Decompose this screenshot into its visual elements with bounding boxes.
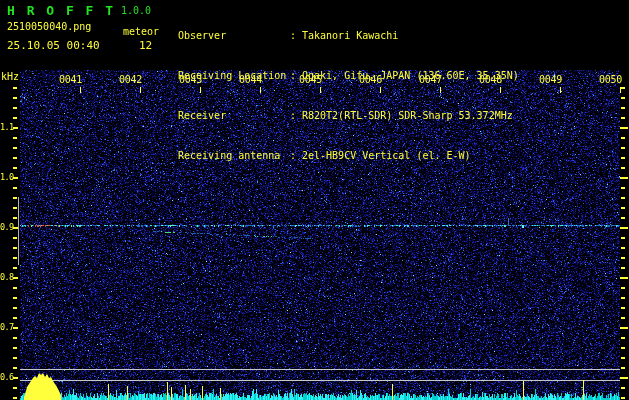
info-value: Takanori Kawachi [302, 30, 398, 41]
frequency-tick-label: 0.6 [0, 372, 13, 382]
frequency-tick-label: 0.9 [0, 222, 13, 232]
info-label: Receiving antenna [178, 149, 290, 162]
mode-label: meteor [123, 26, 159, 37]
echo-count: 12 [139, 39, 152, 52]
info-separator: : [290, 29, 302, 42]
info-row-antenna: Receiving antenna:2el-HB9CV Vertical (el… [178, 149, 519, 162]
info-value: R820T2(RTL-SDR) SDR-Sharp 53.372MHz [302, 110, 513, 121]
time-tick-label: 0041 [58, 74, 82, 85]
time-tick-label: 0049 [538, 74, 562, 85]
frequency-tick-label: 0.8 [0, 272, 13, 282]
info-label: Receiver [178, 109, 290, 122]
time-tick-label: 0045 [298, 74, 322, 85]
time-tick-label: 0048 [478, 74, 502, 85]
info-label: Observer [178, 29, 290, 42]
time-tick-label: 0042 [118, 74, 142, 85]
time-tick-label: 0043 [178, 74, 202, 85]
frequency-unit-label: kHz [1, 71, 19, 82]
output-filename: 2510050040.png [7, 21, 91, 32]
time-tick-label: 0050 [598, 74, 622, 85]
frequency-tick-label: 1.0 [0, 172, 13, 182]
station-info: Observer:Takanori Kawachi Receiving Loca… [178, 2, 519, 190]
time-tick-label: 0046 [358, 74, 382, 85]
info-row-receiver: Receiver:R820T2(RTL-SDR) SDR-Sharp 53.37… [178, 109, 519, 122]
app-version: 1.0.0 [121, 5, 151, 16]
frequency-tick-label: 1.1 [0, 122, 13, 132]
info-row-observer: Observer:Takanori Kawachi [178, 29, 519, 42]
info-separator: : [290, 149, 302, 162]
datetime-label: 25.10.05 00:40 [7, 39, 100, 52]
time-tick-label: 0044 [238, 74, 262, 85]
info-row-location: Receiving Location:Ogaki, Gifu, JAPAN (1… [178, 69, 519, 82]
time-tick-label: 0047 [418, 74, 442, 85]
hrofft-window: H R O F F T 1.0.0 2510050040.png meteor … [0, 0, 629, 400]
frequency-tick-label: 0.7 [0, 322, 13, 332]
info-value: 2el-HB9CV Vertical (el. E-W) [302, 150, 471, 161]
app-title: H R O F F T [7, 3, 115, 18]
info-separator: : [290, 109, 302, 122]
